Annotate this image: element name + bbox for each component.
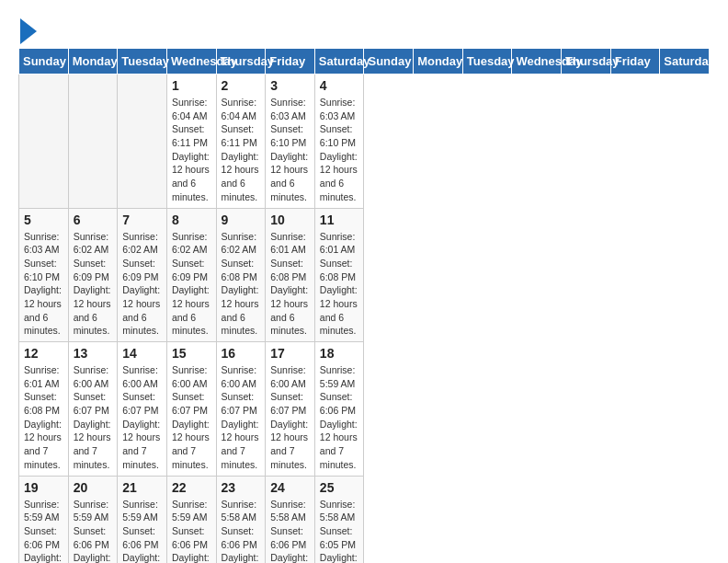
- calendar-week-row: 5Sunrise: 6:03 AMSunset: 6:10 PMDaylight…: [19, 208, 710, 342]
- calendar-cell: 19Sunrise: 5:59 AMSunset: 6:06 PMDayligh…: [19, 476, 69, 563]
- day-number: 5: [24, 213, 63, 227]
- day-info: Sunrise: 5:58 AMSunset: 6:06 PMDaylight:…: [222, 498, 261, 564]
- day-number: 14: [122, 346, 162, 361]
- day-info: Sunrise: 5:59 AMSunset: 6:06 PMDaylight:…: [172, 498, 211, 564]
- calendar-cell: 10Sunrise: 6:01 AMSunset: 6:08 PMDayligh…: [266, 208, 315, 342]
- day-info: Sunrise: 6:03 AMSunset: 6:10 PMDaylight:…: [320, 96, 359, 204]
- day-number: 11: [320, 213, 359, 227]
- day-number: 20: [74, 480, 113, 495]
- column-header-thursday: Thursday: [216, 49, 266, 75]
- calendar-cell: 8Sunrise: 6:02 AMSunset: 6:09 PMDaylight…: [166, 208, 216, 342]
- column-header-thursday: Thursday: [562, 49, 611, 75]
- day-number: 1: [172, 78, 211, 93]
- calendar-cell: 23Sunrise: 5:58 AMSunset: 6:06 PMDayligh…: [216, 476, 266, 563]
- column-header-wednesday: Wednesday: [166, 49, 216, 75]
- calendar-cell: [19, 75, 69, 209]
- calendar-cell: 2Sunrise: 6:04 AMSunset: 6:11 PMDaylight…: [216, 75, 266, 209]
- day-info: Sunrise: 6:00 AMSunset: 6:07 PMDaylight:…: [172, 363, 211, 472]
- day-info: Sunrise: 6:02 AMSunset: 6:08 PMDaylight:…: [222, 230, 261, 339]
- day-number: 12: [24, 346, 63, 361]
- day-info: Sunrise: 6:02 AMSunset: 6:09 PMDaylight:…: [172, 230, 211, 339]
- calendar-week-row: 1Sunrise: 6:04 AMSunset: 6:11 PMDaylight…: [19, 75, 710, 209]
- column-header-saturday: Saturday: [314, 49, 364, 75]
- day-number: 19: [24, 480, 63, 495]
- calendar-cell: 24Sunrise: 5:58 AMSunset: 6:06 PMDayligh…: [266, 476, 315, 563]
- day-info: Sunrise: 6:00 AMSunset: 6:07 PMDaylight:…: [74, 363, 113, 472]
- calendar-table: SundayMondayTuesdayWednesdayThursdayFrid…: [18, 48, 710, 563]
- day-number: 25: [320, 480, 359, 495]
- calendar-cell: 4Sunrise: 6:03 AMSunset: 6:10 PMDaylight…: [314, 75, 364, 209]
- calendar-cell: 14Sunrise: 6:00 AMSunset: 6:07 PMDayligh…: [118, 342, 167, 477]
- calendar-cell: 21Sunrise: 5:59 AMSunset: 6:06 PMDayligh…: [118, 476, 167, 563]
- column-header-sunday: Sunday: [364, 49, 414, 75]
- calendar-cell: 16Sunrise: 6:00 AMSunset: 6:07 PMDayligh…: [216, 342, 266, 477]
- column-header-tuesday: Tuesday: [118, 49, 167, 75]
- day-number: 22: [172, 480, 211, 495]
- calendar-cell: 17Sunrise: 6:00 AMSunset: 6:07 PMDayligh…: [266, 342, 315, 477]
- day-number: 3: [270, 78, 310, 93]
- day-info: Sunrise: 6:03 AMSunset: 6:10 PMDaylight:…: [24, 230, 63, 339]
- day-number: 23: [222, 480, 261, 495]
- day-info: Sunrise: 6:00 AMSunset: 6:07 PMDaylight:…: [122, 363, 162, 472]
- calendar-week-row: 19Sunrise: 5:59 AMSunset: 6:06 PMDayligh…: [19, 476, 710, 563]
- calendar-cell: 5Sunrise: 6:03 AMSunset: 6:10 PMDaylight…: [19, 208, 69, 342]
- calendar-cell: 6Sunrise: 6:02 AMSunset: 6:09 PMDaylight…: [68, 208, 118, 342]
- day-number: 16: [222, 346, 261, 361]
- day-number: 18: [320, 346, 359, 361]
- column-header-friday: Friday: [610, 49, 660, 75]
- day-info: Sunrise: 5:59 AMSunset: 6:06 PMDaylight:…: [74, 498, 113, 564]
- day-info: Sunrise: 6:00 AMSunset: 6:07 PMDaylight:…: [270, 363, 310, 472]
- day-info: Sunrise: 5:59 AMSunset: 6:06 PMDaylight:…: [320, 363, 359, 472]
- calendar-cell: 12Sunrise: 6:01 AMSunset: 6:08 PMDayligh…: [19, 342, 69, 477]
- calendar-cell: 18Sunrise: 5:59 AMSunset: 6:06 PMDayligh…: [314, 342, 364, 477]
- day-info: Sunrise: 6:04 AMSunset: 6:11 PMDaylight:…: [222, 96, 261, 204]
- calendar-cell: 13Sunrise: 6:00 AMSunset: 6:07 PMDayligh…: [68, 342, 118, 477]
- column-header-sunday: Sunday: [19, 49, 69, 75]
- calendar-cell: 7Sunrise: 6:02 AMSunset: 6:09 PMDaylight…: [118, 208, 167, 342]
- day-info: Sunrise: 6:03 AMSunset: 6:10 PMDaylight:…: [270, 96, 310, 204]
- calendar-cell: 15Sunrise: 6:00 AMSunset: 6:07 PMDayligh…: [166, 342, 216, 477]
- day-number: 21: [122, 480, 162, 495]
- day-info: Sunrise: 6:01 AMSunset: 6:08 PMDaylight:…: [270, 230, 310, 339]
- calendar-cell: 3Sunrise: 6:03 AMSunset: 6:10 PMDaylight…: [266, 75, 315, 209]
- day-number: 17: [270, 346, 310, 361]
- logo: [18, 18, 37, 39]
- day-info: Sunrise: 6:04 AMSunset: 6:11 PMDaylight:…: [172, 96, 211, 204]
- calendar-cell: 9Sunrise: 6:02 AMSunset: 6:08 PMDaylight…: [216, 208, 266, 342]
- calendar-cell: 20Sunrise: 5:59 AMSunset: 6:06 PMDayligh…: [68, 476, 118, 563]
- day-number: 8: [172, 213, 211, 227]
- day-number: 10: [270, 213, 310, 227]
- day-number: 9: [222, 213, 261, 227]
- calendar-cell: [68, 75, 118, 209]
- page-header: [18, 18, 710, 39]
- day-info: Sunrise: 6:00 AMSunset: 6:07 PMDaylight:…: [222, 363, 261, 472]
- day-info: Sunrise: 6:02 AMSunset: 6:09 PMDaylight:…: [74, 230, 113, 339]
- day-info: Sunrise: 5:58 AMSunset: 6:06 PMDaylight:…: [270, 498, 310, 564]
- calendar-cell: 1Sunrise: 6:04 AMSunset: 6:11 PMDaylight…: [166, 75, 216, 209]
- day-number: 6: [74, 213, 113, 227]
- column-header-saturday: Saturday: [660, 49, 710, 75]
- column-header-tuesday: Tuesday: [462, 49, 512, 75]
- day-info: Sunrise: 5:58 AMSunset: 6:05 PMDaylight:…: [320, 498, 359, 564]
- column-header-wednesday: Wednesday: [512, 49, 562, 75]
- day-info: Sunrise: 6:01 AMSunset: 6:08 PMDaylight:…: [24, 363, 63, 472]
- logo-arrow-icon: [20, 18, 37, 44]
- calendar-cell: 22Sunrise: 5:59 AMSunset: 6:06 PMDayligh…: [166, 476, 216, 563]
- calendar-cell: 11Sunrise: 6:01 AMSunset: 6:08 PMDayligh…: [314, 208, 364, 342]
- column-header-monday: Monday: [414, 49, 463, 75]
- calendar-week-row: 12Sunrise: 6:01 AMSunset: 6:08 PMDayligh…: [19, 342, 710, 477]
- day-number: 4: [320, 78, 359, 93]
- day-number: 2: [222, 78, 261, 93]
- column-header-monday: Monday: [68, 49, 118, 75]
- day-info: Sunrise: 5:59 AMSunset: 6:06 PMDaylight:…: [24, 498, 63, 564]
- calendar-cell: [118, 75, 167, 209]
- day-number: 24: [270, 480, 310, 495]
- day-info: Sunrise: 6:02 AMSunset: 6:09 PMDaylight:…: [122, 230, 162, 339]
- calendar-header-row: SundayMondayTuesdayWednesdayThursdayFrid…: [19, 49, 710, 75]
- day-number: 13: [74, 346, 113, 361]
- day-number: 7: [122, 213, 162, 227]
- day-number: 15: [172, 346, 211, 361]
- calendar-cell: 25Sunrise: 5:58 AMSunset: 6:05 PMDayligh…: [314, 476, 364, 563]
- day-info: Sunrise: 6:01 AMSunset: 6:08 PMDaylight:…: [320, 230, 359, 339]
- day-info: Sunrise: 5:59 AMSunset: 6:06 PMDaylight:…: [122, 498, 162, 564]
